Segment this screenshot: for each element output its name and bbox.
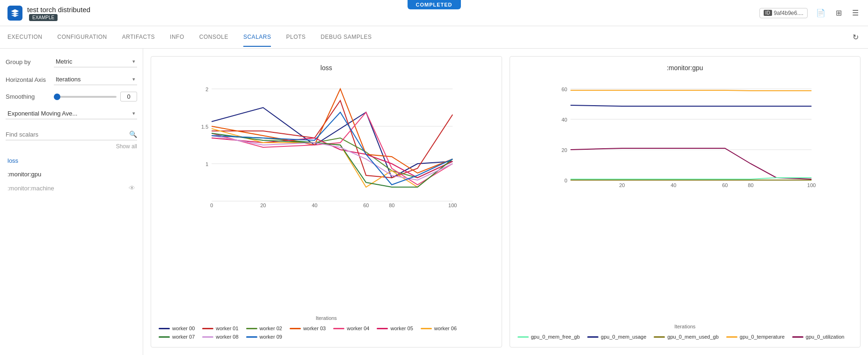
svg-text:2: 2 — [205, 87, 208, 92]
charts-area: loss 2 1.5 1 0 20 40 60 80 — [143, 49, 868, 355]
smoothing-value-input[interactable] — [120, 92, 137, 101]
chart-gpu-title: :monitor:gpu — [518, 64, 853, 72]
legend-color-gpu-mem-used — [654, 336, 665, 338]
id-label: ID — [764, 10, 772, 16]
chart-gpu-panel: :monitor:gpu 60 40 20 0 20 40 — [510, 56, 861, 348]
tab-debug-samples[interactable]: DEBUG SAMPLES — [321, 28, 372, 47]
tab-info[interactable]: INFO — [170, 28, 184, 47]
legend-worker-03: worker 03 — [290, 326, 326, 331]
legend-color-gpu-mem-free — [518, 336, 529, 338]
svg-text:60: 60 — [363, 203, 369, 208]
status-center: COMPLETED — [407, 0, 460, 9]
legend-label-worker-08: worker 08 — [216, 334, 238, 340]
legend-label-worker-09: worker 09 — [260, 334, 282, 340]
main-layout: Group by Metric ▾ Horizontal Axis Iterat… — [0, 49, 868, 355]
legend-worker-08: worker 08 — [202, 334, 238, 340]
group-by-row: Group by Metric ▾ — [6, 56, 137, 67]
app-logo-icon — [7, 6, 22, 21]
top-right-actions: ID 9af4b9e6.... 📄 ⊞ ☰ — [759, 7, 861, 19]
legend-color-worker-00 — [159, 328, 170, 329]
chart-loss-legend: worker 00 worker 01 worker 02 worker 03 … — [159, 326, 494, 340]
svg-text:80: 80 — [389, 203, 394, 208]
chart-gpu-x-label: Iterations — [518, 324, 853, 329]
group-by-select[interactable]: Metric — [54, 56, 137, 67]
tab-plots[interactable]: PLOTS — [286, 28, 306, 47]
tab-configuration[interactable]: CONFIGURATION — [58, 28, 107, 47]
show-all-label[interactable]: Show all — [6, 143, 137, 150]
legend-color-worker-07 — [159, 336, 170, 338]
legend-label-gpu-mem-free: gpu_0_mem_free_gb — [531, 334, 580, 340]
legend-color-worker-06 — [421, 328, 432, 329]
legend-worker-04: worker 04 — [333, 326, 369, 331]
svg-text:100: 100 — [807, 182, 816, 188]
legend-label-worker-05: worker 05 — [390, 326, 413, 331]
svg-text:60: 60 — [562, 87, 567, 92]
sidebar: Group by Metric ▾ Horizontal Axis Iterat… — [0, 49, 143, 355]
smoothing-slider-thumb[interactable] — [54, 94, 60, 100]
top-bar: COMPLETED test torch distributed EXAMPLE… — [0, 0, 868, 26]
svg-text:40: 40 — [562, 117, 567, 123]
horizontal-axis-label: Horizontal Axis — [6, 76, 50, 83]
svg-text:0: 0 — [210, 203, 213, 208]
legend-color-worker-02 — [246, 328, 257, 329]
search-input[interactable] — [6, 131, 129, 138]
chart-loss-panel: loss 2 1.5 1 0 20 40 60 80 — [151, 56, 502, 348]
id-value: 9af4b9e6.... — [774, 10, 803, 16]
smoothing-slider-track[interactable] — [54, 96, 117, 98]
refresh-icon[interactable]: ↻ — [851, 31, 861, 43]
legend-label-gpu-mem-used: gpu_0_mem_used_gb — [667, 334, 718, 340]
scalar-item-monitor-machine-label: :monitor:machine — [7, 185, 54, 192]
chart-loss-svg: 2 1.5 1 0 20 40 60 80 100 — [159, 77, 494, 208]
svg-text:60: 60 — [722, 182, 728, 188]
legend-color-gpu-utilization — [792, 336, 803, 338]
tab-console[interactable]: CONSOLE — [199, 28, 228, 47]
tab-artifacts[interactable]: ARTIFACTS — [122, 28, 155, 47]
layout-icon[interactable]: ⊞ — [834, 7, 844, 19]
svg-text:20: 20 — [619, 182, 625, 188]
legend-worker-05: worker 05 — [377, 326, 413, 331]
legend-worker-07: worker 07 — [159, 334, 195, 340]
legend-color-worker-08 — [202, 336, 213, 338]
chart-loss-svg-container: 2 1.5 1 0 20 40 60 80 100 — [159, 77, 494, 313]
group-by-label: Group by — [6, 58, 50, 65]
legend-label-worker-03: worker 03 — [303, 326, 326, 331]
horizontal-axis-row: Horizontal Axis Iterations ▾ — [6, 74, 137, 85]
legend-worker-02: worker 02 — [246, 326, 282, 331]
svg-text:40: 40 — [312, 203, 317, 208]
legend-worker-06: worker 06 — [421, 326, 457, 331]
svg-text:1: 1 — [205, 161, 208, 167]
group-by-select-wrapper[interactable]: Metric ▾ — [54, 56, 137, 67]
legend-color-worker-03 — [290, 328, 301, 329]
svg-text:20: 20 — [562, 147, 567, 153]
logo-svg — [10, 8, 20, 18]
svg-text:100: 100 — [448, 203, 457, 208]
search-row: 🔍 — [6, 129, 137, 140]
legend-gpu-mem-free: gpu_0_mem_free_gb — [518, 334, 580, 340]
doc-icon[interactable]: 📄 — [814, 7, 827, 19]
nav-tabs: EXECUTION CONFIGURATION ARTIFACTS INFO C… — [0, 26, 868, 49]
smoothing-row: Smoothing — [6, 92, 137, 101]
menu-icon[interactable]: ☰ — [850, 7, 861, 19]
legend-worker-01: worker 01 — [202, 326, 238, 331]
tab-scalars[interactable]: SCALARS — [243, 28, 271, 47]
smoothing-method-select[interactable]: Exponential Moving Ave... — [6, 108, 137, 119]
svg-text:1.5: 1.5 — [201, 124, 208, 130]
app-title: test torch distributed — [27, 6, 90, 14]
horizontal-axis-select-wrapper[interactable]: Iterations ▾ — [54, 74, 137, 85]
legend-label-worker-06: worker 06 — [434, 326, 457, 331]
scalar-item-loss[interactable]: loss — [6, 154, 137, 167]
scalar-item-monitor-machine[interactable]: :monitor:machine 👁 — [6, 181, 137, 195]
eye-off-icon[interactable]: 👁 — [129, 184, 135, 192]
exp-moving-dropdown[interactable]: Exponential Moving Ave... ▾ — [6, 108, 137, 119]
tab-execution[interactable]: EXECUTION — [7, 28, 43, 47]
search-icon: 🔍 — [129, 130, 137, 138]
legend-label-worker-01: worker 01 — [216, 326, 238, 331]
legend-color-worker-05 — [377, 328, 388, 329]
legend-worker-09: worker 09 — [246, 334, 282, 340]
scalar-item-monitor-gpu[interactable]: :monitor:gpu — [6, 168, 137, 181]
chart-gpu-svg-container: 60 40 20 0 20 40 60 80 100 — [518, 77, 853, 322]
example-badge: EXAMPLE — [29, 14, 58, 21]
horizontal-axis-select[interactable]: Iterations — [54, 74, 137, 85]
legend-label-worker-04: worker 04 — [347, 326, 369, 331]
chart-loss-title: loss — [159, 64, 494, 72]
